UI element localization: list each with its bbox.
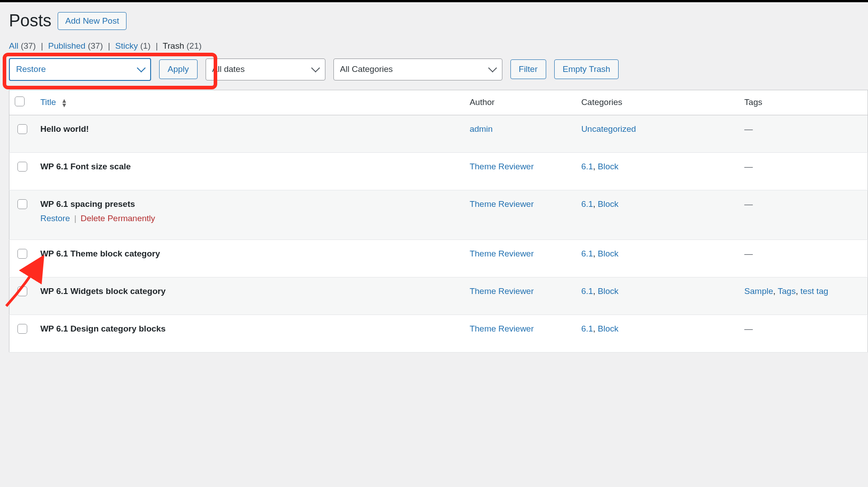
author-link[interactable]: Theme Reviewer xyxy=(470,199,534,209)
empty-trash-button[interactable]: Empty Trash xyxy=(554,59,619,79)
post-title: WP 6.1 Font size scale xyxy=(40,162,131,171)
row-actions: Restore | Delete Permanently xyxy=(40,214,459,223)
table-row: WP 6.1 Theme block categoryTheme Reviewe… xyxy=(9,239,868,277)
no-tags-dash: — xyxy=(744,324,753,333)
table-row: WP 6.1 spacing presetsRestore | Delete P… xyxy=(9,190,868,239)
filter-published-link[interactable]: Published xyxy=(48,41,85,50)
category-link[interactable]: 6.1 xyxy=(581,249,593,258)
row-checkbox[interactable] xyxy=(17,286,27,296)
post-title: WP 6.1 Theme block category xyxy=(40,249,160,258)
category-filter-select[interactable]: All Categories xyxy=(333,59,502,80)
row-checkbox[interactable] xyxy=(17,162,27,172)
filter-sticky-link[interactable]: Sticky xyxy=(115,41,138,50)
no-tags-dash: — xyxy=(744,162,753,171)
status-filter-bar: All (37) | Published (37) | Sticky (1) |… xyxy=(9,41,868,51)
row-checkbox[interactable] xyxy=(17,249,27,259)
column-author: Author xyxy=(464,90,576,115)
category-link[interactable]: Block xyxy=(598,286,618,296)
apply-button[interactable]: Apply xyxy=(159,59,198,79)
post-title: WP 6.1 spacing presets xyxy=(40,199,135,209)
no-tags-dash: — xyxy=(744,124,753,134)
category-link[interactable]: Block xyxy=(598,162,618,171)
filter-all-count: (37) xyxy=(21,41,36,50)
tag-link[interactable]: Tags xyxy=(778,286,796,296)
author-link[interactable]: Theme Reviewer xyxy=(470,324,534,333)
author-link[interactable]: Theme Reviewer xyxy=(470,286,534,296)
post-title: Hello world! xyxy=(40,124,89,134)
author-link[interactable]: Theme Reviewer xyxy=(470,162,534,171)
post-title: WP 6.1 Design category blocks xyxy=(40,324,166,333)
posts-table: Title ▲▼ Author Categories Tags Hello wo… xyxy=(9,90,868,353)
author-link[interactable]: Theme Reviewer xyxy=(470,249,534,258)
category-link[interactable]: 6.1 xyxy=(581,199,593,209)
table-row: WP 6.1 Font size scaleTheme Reviewer6.1,… xyxy=(9,152,868,190)
tag-link[interactable]: Sample xyxy=(744,286,773,296)
no-tags-dash: — xyxy=(744,199,753,209)
post-title: WP 6.1 Widgets block category xyxy=(40,286,165,296)
filter-sticky-count: (1) xyxy=(140,41,151,50)
add-new-post-button[interactable]: Add New Post xyxy=(58,12,126,30)
category-link[interactable]: 6.1 xyxy=(581,162,593,171)
table-row: WP 6.1 Widgets block categoryTheme Revie… xyxy=(9,277,868,315)
filter-trash-current[interactable]: Trash xyxy=(163,41,184,50)
category-link[interactable]: Uncategorized xyxy=(581,124,636,134)
tag-link[interactable]: test tag xyxy=(801,286,828,296)
category-link[interactable]: Block xyxy=(598,249,618,258)
no-tags-dash: — xyxy=(744,249,753,258)
row-checkbox[interactable] xyxy=(17,199,27,209)
row-checkbox[interactable] xyxy=(17,324,27,334)
filter-all-link[interactable]: All xyxy=(9,41,18,50)
bulk-action-select[interactable]: Restore xyxy=(9,58,151,81)
table-row: Hello world!adminUncategorized— xyxy=(9,115,868,152)
column-categories: Categories xyxy=(576,90,739,115)
filter-button[interactable]: Filter xyxy=(510,59,546,79)
column-tags: Tags xyxy=(739,90,868,115)
select-all-checkbox[interactable] xyxy=(15,97,25,106)
filter-published-count: (37) xyxy=(88,41,103,50)
table-row: WP 6.1 Design category blocksTheme Revie… xyxy=(9,315,868,352)
restore-link[interactable]: Restore xyxy=(40,214,70,223)
author-link[interactable]: admin xyxy=(470,124,493,134)
sort-icon: ▲▼ xyxy=(61,98,67,107)
category-link[interactable]: 6.1 xyxy=(581,324,593,333)
filter-trash-count: (21) xyxy=(186,41,202,50)
date-filter-select[interactable]: All dates xyxy=(206,59,325,80)
category-link[interactable]: Block xyxy=(598,324,618,333)
column-title-sort[interactable]: Title xyxy=(40,97,56,107)
category-link[interactable]: 6.1 xyxy=(581,286,593,296)
page-title: Posts xyxy=(9,11,51,30)
category-link[interactable]: Block xyxy=(598,199,618,209)
row-checkbox[interactable] xyxy=(17,124,27,134)
delete-permanently-link[interactable]: Delete Permanently xyxy=(80,214,155,223)
